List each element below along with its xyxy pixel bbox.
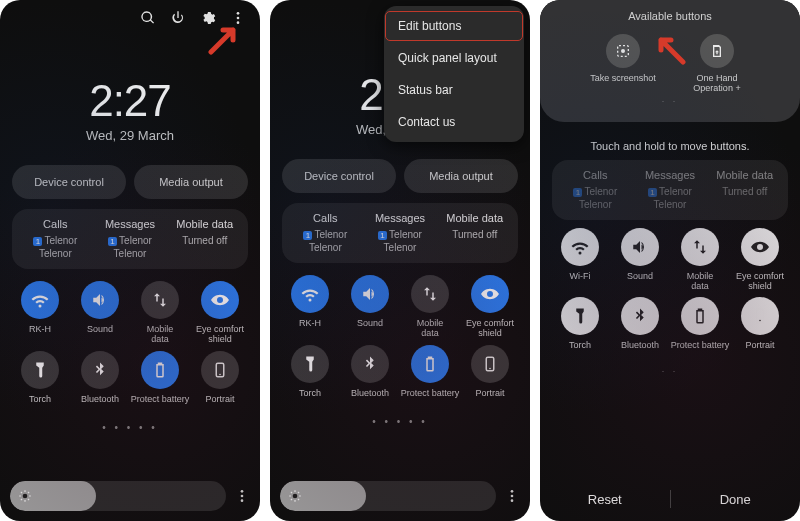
panel-messages-title: Messages bbox=[93, 217, 168, 232]
clock-block: 2:27 Wed, 29 March bbox=[0, 76, 260, 143]
eye-icon bbox=[471, 275, 509, 313]
tile-label: Eye comfortshield bbox=[466, 318, 514, 339]
menu-status-bar[interactable]: Status bar bbox=[384, 74, 524, 106]
search-icon[interactable] bbox=[140, 10, 156, 26]
menu-contact-us[interactable]: Contact us bbox=[384, 106, 524, 138]
tile-wifi[interactable]: RK-H bbox=[10, 281, 70, 345]
reset-button[interactable]: Reset bbox=[540, 492, 670, 507]
quick-tile-grid-editor: Wi-FiSoundMobiledataEye comfortshieldTor… bbox=[540, 220, 800, 365]
clock-time: 2:27 bbox=[0, 76, 260, 126]
quick-tile-grid: RK-HSoundMobiledataEye comfortshieldTorc… bbox=[270, 263, 530, 412]
tile-torch[interactable]: Torch bbox=[280, 345, 340, 408]
tile-label: Sound bbox=[87, 324, 113, 344]
tile-label: Mobiledata bbox=[687, 271, 714, 292]
tile-bluetooth[interactable]: Bluetooth bbox=[610, 297, 670, 360]
arrows-icon bbox=[681, 228, 719, 266]
brightness-slider[interactable] bbox=[280, 481, 496, 511]
panel-calls[interactable]: Calls 1Telenor Telenor bbox=[288, 211, 363, 255]
tile-sound[interactable]: Sound bbox=[340, 275, 400, 339]
tile-label: Portrait bbox=[745, 340, 774, 360]
quick-tile-grid: RK-HSoundMobiledataEye comfortshieldTorc… bbox=[0, 269, 260, 418]
panel-messages[interactable]: Messages 1Telenor Telenor bbox=[363, 211, 438, 255]
screenshot-1-quick-panel: 2:27 Wed, 29 March Device control Media … bbox=[0, 0, 260, 521]
tile-eye-comfort[interactable]: Eye comfortshield bbox=[730, 228, 790, 292]
tile-torch[interactable]: Torch bbox=[550, 297, 610, 360]
tile-mobile-data[interactable]: Mobiledata bbox=[400, 275, 460, 339]
panel-mobile-data[interactable]: Mobile data Turned off bbox=[167, 217, 242, 261]
tile-portrait[interactable]: Portrait bbox=[730, 297, 790, 360]
sim-info-panel-dimmed: Calls 1Telenor Telenor Messages 1Telenor… bbox=[552, 160, 788, 220]
tile-label: Sound bbox=[627, 271, 653, 291]
clock-date: Wed, 29 March bbox=[0, 128, 260, 143]
available-buttons-panel: Available buttons Take screenshotOne Han… bbox=[540, 0, 800, 122]
tile-label: Bluetooth bbox=[351, 388, 389, 408]
tile-wifi[interactable]: RK-H bbox=[280, 275, 340, 339]
bluetooth-icon bbox=[351, 345, 389, 383]
available-title: Available buttons bbox=[540, 10, 800, 22]
done-button[interactable]: Done bbox=[671, 492, 801, 507]
wifi-icon bbox=[561, 228, 599, 266]
page-dots: • • • • • bbox=[0, 422, 260, 433]
pointer-arrow-2 bbox=[652, 34, 686, 72]
device-control-button[interactable]: Device control bbox=[282, 159, 396, 193]
editor-bottom-bar: Reset Done bbox=[540, 477, 800, 521]
panel-mobile-data[interactable]: Mobile data Turned off bbox=[437, 211, 512, 255]
media-output-button[interactable]: Media output bbox=[134, 165, 248, 199]
tile-label: Portrait bbox=[475, 388, 504, 408]
tile-bluetooth[interactable]: Bluetooth bbox=[340, 345, 400, 408]
brightness-options-icon[interactable] bbox=[504, 488, 520, 504]
tile-protect-battery[interactable]: Protect battery bbox=[130, 351, 190, 414]
screenshot-icon bbox=[606, 34, 640, 68]
torch-icon bbox=[291, 345, 329, 383]
tile-sound[interactable]: Sound bbox=[610, 228, 670, 292]
tile-bluetooth[interactable]: Bluetooth bbox=[70, 351, 130, 414]
brightness-slider[interactable] bbox=[10, 481, 226, 511]
device-control-button[interactable]: Device control bbox=[12, 165, 126, 199]
sim-info-panel[interactable]: Calls 1Telenor Telenor Messages 1Telenor… bbox=[282, 203, 518, 263]
tile-mobile-data[interactable]: Mobiledata bbox=[670, 228, 730, 292]
tile-sound[interactable]: Sound bbox=[70, 281, 130, 345]
sound-icon bbox=[621, 228, 659, 266]
screenshot-3-edit-buttons: Available buttons Take screenshotOne Han… bbox=[540, 0, 800, 521]
tile-protect-battery[interactable]: Protect battery bbox=[670, 297, 730, 360]
tile-label: Bluetooth bbox=[621, 340, 659, 360]
menu-quick-panel-layout[interactable]: Quick panel layout bbox=[384, 42, 524, 74]
available-label: Take screenshot bbox=[590, 73, 656, 83]
battery-icon bbox=[411, 345, 449, 383]
tile-label: Mobiledata bbox=[417, 318, 444, 339]
tile-torch[interactable]: Torch bbox=[10, 351, 70, 414]
panel-messages[interactable]: Messages 1Telenor Telenor bbox=[93, 217, 168, 261]
panel-calls[interactable]: Calls 1Telenor Telenor bbox=[18, 217, 93, 261]
available-take-screenshot[interactable]: Take screenshot bbox=[589, 34, 657, 94]
tile-protect-battery[interactable]: Protect battery bbox=[400, 345, 460, 408]
media-output-button[interactable]: Media output bbox=[404, 159, 518, 193]
onehand-icon bbox=[700, 34, 734, 68]
eye-icon bbox=[741, 228, 779, 266]
screenshot-2-overflow-menu: 2:27 Wed, 29 March Device control Media … bbox=[270, 0, 530, 521]
tile-label: RK-H bbox=[299, 318, 321, 338]
sim-badge: 1 bbox=[33, 237, 42, 246]
power-icon[interactable] bbox=[170, 10, 186, 26]
tile-wifi[interactable]: Wi-Fi bbox=[550, 228, 610, 292]
tile-label: Eye comfortshield bbox=[736, 271, 784, 292]
wifi-icon bbox=[291, 275, 329, 313]
brightness-options-icon[interactable] bbox=[234, 488, 250, 504]
available-one-hand[interactable]: One HandOperation + bbox=[683, 34, 751, 94]
sim-info-panel[interactable]: Calls 1Telenor Telenor Messages 1Telenor… bbox=[12, 209, 248, 269]
tile-portrait[interactable]: Portrait bbox=[460, 345, 520, 408]
arrows-icon bbox=[141, 281, 179, 319]
eye-icon bbox=[201, 281, 239, 319]
tile-label: Portrait bbox=[205, 394, 234, 414]
torch-icon bbox=[21, 351, 59, 389]
tile-portrait[interactable]: Portrait bbox=[190, 351, 250, 414]
tile-eye-comfort[interactable]: Eye comfortshield bbox=[190, 281, 250, 345]
tile-label: Mobiledata bbox=[147, 324, 174, 345]
sound-icon bbox=[351, 275, 389, 313]
tile-mobile-data[interactable]: Mobiledata bbox=[130, 281, 190, 345]
tile-label: Torch bbox=[29, 394, 51, 414]
menu-edit-buttons[interactable]: Edit buttons bbox=[384, 10, 524, 42]
tile-label: Eye comfortshield bbox=[196, 324, 244, 345]
pointer-arrow-1 bbox=[208, 24, 242, 62]
tile-eye-comfort[interactable]: Eye comfortshield bbox=[460, 275, 520, 339]
tile-label: Torch bbox=[299, 388, 321, 408]
